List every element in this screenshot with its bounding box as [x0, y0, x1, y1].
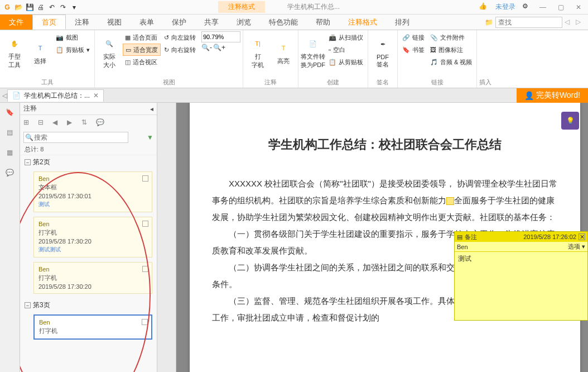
annotation-checkbox[interactable]: [142, 266, 148, 272]
actual-size-button[interactable]: 🔍实际 大小: [97, 31, 122, 74]
group-label: 注释: [245, 77, 296, 88]
ribbon-tab-0[interactable]: 首页: [32, 15, 66, 30]
panel-search-input[interactable]: [23, 132, 128, 143]
attach-button[interactable]: 📎文件附件: [428, 31, 474, 44]
annotation-checkbox[interactable]: [142, 221, 148, 227]
annotation-item[interactable]: Ben打字机2019/5/28 17:30:20测试测试: [33, 217, 152, 257]
blank-page-button[interactable]: ▫空白: [326, 44, 365, 56]
ribbon-tab-1[interactable]: 注释: [66, 15, 98, 30]
link-button[interactable]: 🔗链接: [400, 31, 427, 44]
panel-list[interactable]: −第2页Ben文本框2019/5/28 17:30:01测试Ben打字机2019…: [20, 155, 157, 372]
tab-nav-left-icon[interactable]: ◁: [2, 92, 7, 99]
comments-panel-icon[interactable]: 💬: [4, 166, 16, 179]
rotate-left-button[interactable]: ↺向左旋转: [162, 31, 198, 44]
undo-icon[interactable]: ↶: [47, 2, 57, 12]
popup-options-button[interactable]: 选项 ▾: [568, 242, 585, 251]
ribbon-tab-7[interactable]: 特色功能: [260, 15, 307, 30]
ribbon-tab-4[interactable]: 保护: [163, 15, 195, 30]
annotation-item[interactable]: Ben打字机: [33, 314, 152, 340]
annotation-note: 测试测试: [38, 246, 147, 254]
tips-button[interactable]: 💡: [561, 112, 579, 130]
bookmark-button[interactable]: 🔖书签: [400, 44, 427, 56]
page-group-header[interactable]: −第2页: [20, 155, 157, 169]
login-button[interactable]: 未登录: [492, 1, 519, 13]
maximize-button[interactable]: ▢: [553, 2, 568, 13]
zoom-input[interactable]: [201, 31, 240, 42]
close-window-button[interactable]: ✕: [571, 2, 586, 13]
media-button[interactable]: 🎵音频 & 视频: [428, 56, 474, 68]
image-annotation-button[interactable]: 🖼图像标注: [428, 44, 474, 56]
typewriter-button[interactable]: T|打 字机: [245, 31, 270, 74]
panel-menu-icon[interactable]: ◂: [150, 105, 153, 113]
close-tab-icon[interactable]: ✕: [93, 92, 99, 99]
from-scanner-button[interactable]: 📠从扫描仪: [326, 31, 365, 44]
word-icon: 👤: [524, 91, 534, 100]
page-group-header[interactable]: −第3页: [20, 298, 157, 312]
qat-dropdown-icon[interactable]: ▾: [69, 2, 79, 12]
ribbon-tab-2[interactable]: 视图: [98, 15, 131, 30]
settings-icon[interactable]: ⚙: [522, 2, 532, 12]
ribbon-group-create: 📄将文件转 换为PDF 📠从扫描仪 ▫空白 📋从剪贴板 创建: [298, 30, 368, 88]
collapse-icon[interactable]: −: [25, 159, 31, 165]
popup-header[interactable]: ▤ 备注 2019/5/28 17:26:02 ✕: [455, 232, 587, 242]
clipboard-button[interactable]: 📋剪贴板▾: [54, 44, 92, 56]
document-viewport[interactable]: 学生机构工作总结：校社团联合会工作总结 XXXXXX 校社团联合会（简称"社团联…: [157, 103, 588, 372]
annotation-popup[interactable]: ▤ 备注 2019/5/28 17:26:02 ✕ Ben 选项 ▾ 测试: [454, 231, 588, 321]
prev-comment-icon[interactable]: ◀: [52, 118, 61, 127]
fit-visible-button[interactable]: ◫适合视区: [123, 56, 161, 68]
hand-tool-button[interactable]: ✋手型 工具: [2, 31, 27, 74]
filter-icon[interactable]: ▼: [147, 133, 153, 141]
ribbon: ✋手型 工具 T选择 📷截图 📋剪贴板▾ 工具 🔍实际 大小 ▦适合页面 ▭适合…: [0, 30, 588, 88]
minimize-button[interactable]: —: [536, 2, 550, 13]
annotation-item[interactable]: Ben打字机2019/5/28 17:30:20: [33, 262, 152, 294]
annotation-checkbox[interactable]: [142, 319, 148, 325]
annotation-author: Ben: [38, 175, 147, 182]
ribbon-tab-8[interactable]: 帮助: [307, 15, 339, 30]
nav-next-icon[interactable]: ▷: [576, 18, 585, 27]
show-comments-icon[interactable]: 💬: [96, 118, 105, 127]
highlight-annotation[interactable]: [446, 197, 454, 205]
save-icon[interactable]: 💾: [25, 2, 35, 12]
layers-panel-icon[interactable]: ▦: [4, 146, 16, 159]
zoom-in-icon[interactable]: 🔍+: [213, 44, 225, 51]
convert-word-button[interactable]: 👤 完美转Word!: [517, 88, 588, 103]
collapse-icon[interactable]: −: [25, 302, 31, 308]
folder-search-icon[interactable]: 📁: [485, 18, 493, 26]
snapshot-button[interactable]: 📷截图: [54, 31, 92, 44]
fit-page-button[interactable]: ▦适合页面: [123, 31, 161, 44]
ribbon-tab-9[interactable]: 注释格式: [339, 15, 386, 30]
redo-icon[interactable]: ↷: [58, 2, 68, 12]
file-tab[interactable]: 文件: [0, 15, 32, 30]
annotation-checkbox[interactable]: [142, 175, 148, 182]
pdf-sign-button[interactable]: ✒PDF 签名: [370, 31, 395, 74]
document-tab[interactable]: 📄 学生机构工作总结：... ✕: [7, 89, 104, 102]
chevron-down-icon: ▾: [86, 46, 90, 54]
print-icon[interactable]: 🖨: [36, 2, 46, 12]
ribbon-tab-10[interactable]: 排列: [386, 15, 418, 30]
highlight-button[interactable]: T高亮: [271, 31, 296, 74]
collapse-all-icon[interactable]: ⊟: [38, 118, 47, 127]
fit-width-button[interactable]: ▭适合宽度: [123, 44, 161, 56]
ribbon-tab-6[interactable]: 浏览: [228, 15, 260, 30]
link-icon: 🔗: [402, 34, 410, 41]
ribbon-tab-5[interactable]: 共享: [195, 15, 228, 30]
zoom-out-icon[interactable]: 🔍-: [201, 44, 212, 51]
context-tab-label: 注释格式: [218, 1, 265, 13]
select-tool-button[interactable]: T选择: [28, 31, 52, 74]
bookmarks-panel-icon[interactable]: 🔖: [4, 106, 16, 118]
open-icon[interactable]: 📂: [13, 2, 23, 12]
rotate-right-button[interactable]: ↻向右旋转: [162, 44, 198, 56]
popup-close-icon[interactable]: ✕: [579, 233, 585, 240]
annotation-item[interactable]: Ben文本框2019/5/28 17:30:01测试: [33, 171, 152, 212]
next-comment-icon[interactable]: ▶: [67, 118, 76, 127]
sort-icon[interactable]: ⇅: [81, 118, 90, 127]
expand-all-icon[interactable]: ⊞: [23, 118, 32, 127]
popup-body[interactable]: 测试: [455, 252, 587, 266]
ribbon-tab-3[interactable]: 表单: [131, 15, 163, 30]
pages-panel-icon[interactable]: ▤: [4, 126, 16, 139]
from-clipboard-button[interactable]: 📋从剪贴板: [326, 56, 365, 68]
hand-up-icon[interactable]: 👍: [479, 2, 489, 12]
convert-to-pdf-button[interactable]: 📄将文件转 换为PDF: [301, 31, 325, 74]
search-input[interactable]: [495, 17, 562, 28]
nav-prev-icon[interactable]: ◁: [565, 18, 573, 27]
